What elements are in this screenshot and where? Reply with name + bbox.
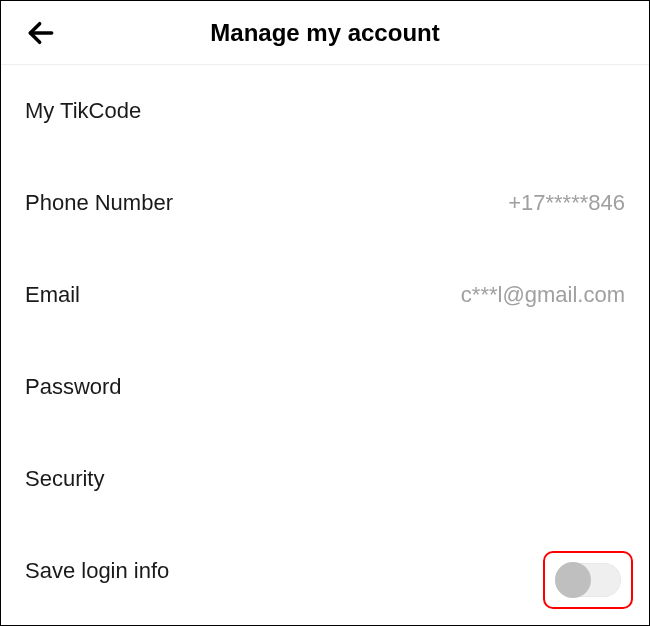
toggle-knob-icon: [555, 562, 591, 598]
row-email[interactable]: Email c***l@gmail.com: [25, 249, 625, 341]
back-arrow-icon: [25, 17, 57, 49]
save-login-toggle[interactable]: [555, 563, 621, 597]
row-security[interactable]: Security: [25, 433, 625, 525]
row-phone-number[interactable]: Phone Number +17*****846: [25, 157, 625, 249]
page-title: Manage my account: [1, 19, 649, 47]
row-label: Save login info: [25, 558, 169, 584]
row-label: Security: [25, 466, 104, 492]
row-value: c***l@gmail.com: [461, 282, 625, 308]
header: Manage my account: [1, 1, 649, 65]
row-value: +17*****846: [508, 190, 625, 216]
row-my-tikcode[interactable]: My TikCode: [25, 65, 625, 157]
row-label: Password: [25, 374, 122, 400]
row-password[interactable]: Password: [25, 341, 625, 433]
row-label: Phone Number: [25, 190, 173, 216]
save-login-toggle-highlight: [543, 551, 633, 609]
row-label: Email: [25, 282, 80, 308]
back-button[interactable]: [21, 13, 61, 53]
row-save-login-info: Save login info: [25, 525, 625, 617]
settings-list: My TikCode Phone Number +17*****846 Emai…: [1, 65, 649, 617]
row-label: My TikCode: [25, 98, 141, 124]
